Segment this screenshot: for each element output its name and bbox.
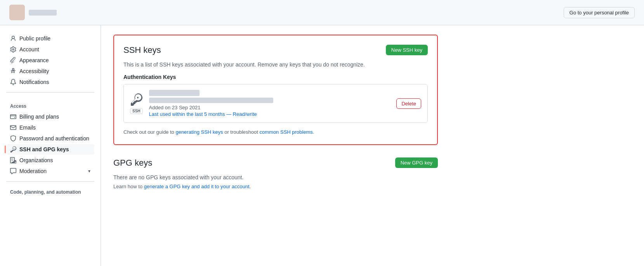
sidebar-item-notifications[interactable]: Notifications (6, 77, 94, 88)
sidebar-item-label: SSH and GPG keys (19, 146, 69, 152)
sidebar-item-label: Organizations (19, 157, 53, 163)
gpg-learn-text: Learn how to generate a GPG key and add … (113, 184, 438, 189)
accessibility-icon (10, 68, 16, 74)
go-to-profile-button[interactable]: Go to your personal profile (564, 7, 635, 18)
sidebar-item-label: Password and authentication (19, 135, 89, 142)
key-info: Added on 23 Sep 2021 Last used within th… (149, 90, 391, 117)
layout: Public profile Account Appearance Access… (0, 25, 644, 266)
sidebar-item-accessibility[interactable]: Accessibility (6, 66, 94, 77)
key-name (149, 90, 200, 96)
moderation-icon (10, 168, 16, 174)
sidebar-item-emails[interactable]: Emails (6, 122, 94, 133)
gpg-section-header: GPG keys New GPG key (113, 158, 438, 168)
gpg-learn-suffix: . (250, 184, 251, 189)
auth-keys-label: Authentication Keys (123, 74, 428, 80)
gear-icon (10, 46, 16, 52)
moderation-chevron: ▾ (88, 168, 90, 174)
credit-card-icon (10, 114, 16, 120)
gpg-learn-prefix: Learn how to (113, 184, 144, 189)
new-ssh-key-button[interactable]: New SSH key (386, 45, 428, 55)
sidebar-item-label: Emails (19, 124, 36, 131)
generate-gpg-key-link[interactable]: generate a GPG key and add it to your ac… (144, 184, 250, 189)
sidebar-item-public-profile[interactable]: Public profile (6, 33, 94, 44)
paintbrush-icon (10, 57, 16, 63)
ssh-key-item: SSH Added on 23 Sep 2021 Last used withi… (124, 84, 427, 122)
delete-key-button[interactable]: Delete (396, 98, 421, 109)
gpg-keys-section: GPG keys New GPG key There are no GPG ke… (113, 158, 438, 189)
key-svg-icon (130, 93, 142, 106)
ssh-description: This is a list of SSH keys associated wi… (123, 61, 428, 68)
sidebar-item-organizations[interactable]: Organizations (6, 155, 94, 166)
main-content: SSH keys New SSH key This is a list of S… (101, 25, 450, 266)
sidebar-item-label: Account (19, 46, 39, 52)
gpg-section-title: GPG keys (113, 158, 152, 168)
shield-icon (10, 135, 16, 142)
ssh-section-header: SSH keys New SSH key (123, 45, 428, 55)
key-icon (10, 146, 16, 152)
account-subtitle (29, 10, 57, 16)
access-section-label: Access (6, 97, 94, 111)
sidebar-divider (6, 92, 94, 93)
sidebar-item-label: Billing and plans (19, 114, 59, 120)
avatar (9, 5, 25, 20)
sidebar-item-label: Moderation (19, 168, 47, 174)
gpg-no-keys-message: There are no GPG keys associated with yo… (113, 174, 438, 180)
header: Go to your personal profile (0, 0, 644, 25)
code-section-label: Code, planning, and automation (6, 186, 94, 196)
ssh-keys-section: SSH keys New SSH key This is a list of S… (113, 35, 438, 145)
key-fingerprint (149, 98, 273, 103)
sidebar-item-moderation[interactable]: Moderation ▾ (6, 166, 94, 177)
organization-icon (10, 157, 16, 163)
ssh-section-title: SSH keys (123, 45, 161, 55)
sidebar-item-label: Accessibility (19, 68, 49, 74)
new-gpg-key-button[interactable]: New GPG key (395, 158, 438, 168)
mail-icon (10, 124, 16, 131)
sidebar: Public profile Account Appearance Access… (0, 25, 101, 266)
sidebar-item-ssh-gpg[interactable]: SSH and GPG keys (6, 144, 94, 155)
header-left (9, 5, 57, 20)
sidebar-item-label: Appearance (19, 57, 49, 63)
footer-mid: or troubleshoot (223, 129, 260, 135)
key-icon-area: SSH (130, 93, 143, 114)
sidebar-divider-2 (6, 181, 94, 182)
key-added-date: Added on 23 Sep 2021 (149, 105, 391, 110)
footer-text: Check out our guide to (123, 129, 175, 135)
footer-end: . (313, 129, 314, 135)
ssh-badge: SSH (130, 108, 143, 114)
bell-icon (10, 79, 16, 85)
sidebar-item-appearance[interactable]: Appearance (6, 55, 94, 66)
sidebar-item-password[interactable]: Password and authentication (6, 133, 94, 144)
generating-ssh-keys-link[interactable]: generating SSH keys (175, 129, 223, 135)
key-list: SSH Added on 23 Sep 2021 Last used withi… (123, 84, 428, 123)
person-icon (10, 35, 16, 42)
key-last-used: Last used within the last 5 months — Rea… (149, 111, 391, 117)
sidebar-item-account[interactable]: Account (6, 44, 94, 55)
sidebar-item-label: Notifications (19, 79, 49, 85)
sidebar-item-billing[interactable]: Billing and plans (6, 111, 94, 122)
common-ssh-problems-link[interactable]: common SSH problems (260, 129, 313, 135)
sidebar-item-label: Public profile (19, 35, 50, 42)
ssh-footer: Check out our guide to generating SSH ke… (123, 129, 428, 135)
